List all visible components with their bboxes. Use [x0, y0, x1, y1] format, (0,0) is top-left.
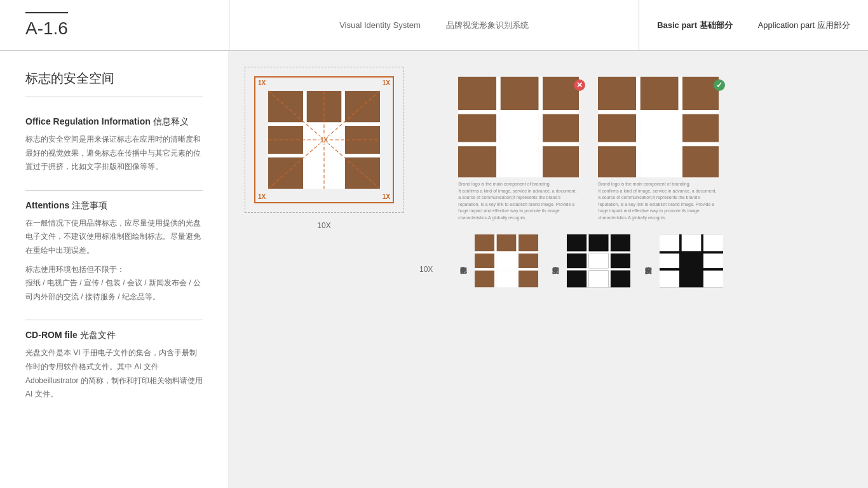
svg-rect-57	[567, 234, 587, 252]
sidebar: 标志的安全空间 Office Regulation Information 信息…	[0, 51, 229, 488]
svg-rect-45	[519, 234, 538, 252]
svg-rect-40	[679, 77, 682, 177]
svg-rect-21	[501, 114, 539, 142]
bottom-x-label: 10X	[317, 221, 330, 230]
section-cdrom-body: 光盘文件是本 VI 手册电子文件的集合，内含手册制作时的专用软件格式文件。其中 …	[25, 346, 203, 401]
divider-2	[25, 320, 203, 320]
logo-wrong-svg	[458, 76, 579, 178]
svg-rect-35	[682, 114, 719, 142]
nav-application[interactable]: Application part 应用部分	[758, 20, 850, 31]
svg-rect-41	[598, 110, 719, 114]
svg-rect-67	[609, 234, 611, 287]
svg-rect-22	[543, 114, 579, 142]
corner-label-tl: 1X	[258, 79, 266, 86]
page-id: A-1.6	[25, 12, 68, 39]
section-attentions-body2: 标志使用环境包括但不限于： 报纸 / 电视广告 / 宣传 / 包装 / 会议 /…	[25, 263, 203, 304]
header: A-1.6 Visual Identity System 品牌视觉形象识别系统 …	[0, 0, 868, 51]
corner-label-bl: 1X	[258, 193, 266, 200]
corner-label-tr: 1X	[383, 79, 390, 86]
status-icon-correct: ✓	[714, 79, 725, 91]
svg-rect-76	[703, 254, 722, 268]
svg-rect-54	[475, 252, 538, 254]
svg-rect-44	[496, 234, 516, 252]
svg-rect-17	[458, 77, 496, 110]
svg-rect-60	[567, 254, 587, 268]
svg-rect-29	[458, 142, 579, 146]
svg-rect-53	[516, 234, 518, 287]
logo-correct-svg	[598, 76, 719, 178]
svg-rect-31	[641, 77, 679, 110]
corner-label-br: 1X	[383, 193, 390, 200]
svg-rect-52	[494, 234, 496, 287]
example-reverse-safe: 反白稿安全空间	[643, 234, 722, 288]
section-attentions-title: Attentions 注意事项	[25, 200, 203, 212]
right-x-label: 10X	[419, 265, 433, 274]
svg-rect-1	[307, 91, 342, 123]
logo-color-svg	[475, 234, 538, 288]
bottom-label-area: 10X	[317, 221, 330, 230]
svg-rect-55	[475, 268, 538, 270]
svg-rect-47	[496, 254, 516, 268]
svg-rect-75	[681, 254, 701, 268]
svg-rect-20	[458, 114, 496, 142]
svg-rect-42	[598, 142, 719, 146]
center-x-label: 1X	[319, 136, 329, 144]
svg-rect-68	[567, 252, 630, 254]
content-area: 1X 1X 1X 1X	[254, 76, 843, 463]
svg-rect-77	[660, 271, 679, 288]
svg-rect-24	[501, 146, 539, 177]
svg-rect-65	[611, 271, 630, 288]
svg-rect-32	[682, 77, 719, 110]
svg-rect-28	[458, 110, 579, 114]
svg-rect-63	[567, 271, 587, 288]
logo-safe-zone-box: 1X 1X 1X 1X	[254, 76, 394, 203]
svg-rect-18	[501, 77, 539, 110]
svg-rect-7	[307, 158, 342, 189]
svg-rect-49	[475, 271, 494, 288]
svg-rect-59	[611, 234, 630, 252]
safe-zone-border: 1X 1X 1X 1X	[254, 76, 394, 203]
section-cdrom: CD-ROM file 光盘文件 光盘文件是本 VI 手册电子文件的集合，内含手…	[25, 330, 203, 401]
svg-rect-72	[681, 234, 701, 252]
svg-rect-36	[598, 146, 636, 177]
svg-rect-33	[598, 114, 636, 142]
svg-rect-50	[496, 271, 516, 288]
sidebar-title: 标志的安全空间	[25, 70, 203, 97]
svg-rect-73	[703, 234, 722, 252]
svg-rect-25	[543, 146, 579, 177]
svg-rect-64	[589, 271, 609, 288]
svg-rect-46	[475, 254, 494, 268]
svg-rect-37	[641, 146, 679, 177]
svg-rect-38	[682, 146, 719, 177]
nav-basic[interactable]: Basic part 基础部分	[657, 20, 733, 31]
vis-title: Visual Identity System	[339, 20, 421, 30]
header-center: Visual Identity System 品牌视觉形象识别系统	[229, 0, 639, 50]
logo-reverse-svg	[660, 234, 723, 288]
svg-rect-58	[589, 234, 609, 252]
svg-rect-34	[641, 114, 679, 142]
vis-cn: 品牌视觉形象识别系统	[446, 20, 529, 31]
svg-rect-66	[587, 234, 588, 287]
examples-row-top: ✕ Brand logo is the main component of br…	[458, 76, 843, 221]
status-icon-wrong: ✕	[574, 79, 585, 91]
svg-rect-23	[458, 146, 496, 177]
svg-rect-82	[660, 252, 723, 254]
svg-rect-69	[567, 268, 630, 270]
example-wrong: ✕ Brand logo is the main component of br…	[458, 76, 579, 221]
svg-rect-39	[637, 77, 641, 177]
header-left: A-1.6	[0, 12, 229, 39]
section-info: Office Regulation Information 信息释义 标志的安全…	[25, 116, 203, 174]
svg-rect-48	[519, 254, 538, 268]
section-attentions: Attentions 注意事项 在一般情况下使用品牌标志，应尽量使用提供的光盘电…	[25, 200, 203, 304]
right-x-label-area: 10X	[419, 76, 433, 463]
logo-ink-svg	[567, 234, 630, 288]
example-correct-text: Brand logo is the main component of bran…	[598, 181, 719, 221]
example-correct: ✓ Brand logo is the main component of br…	[598, 76, 719, 221]
example-ink-safe: 墨稿安全空间	[551, 234, 630, 288]
logo-inner-area: 1X	[268, 90, 380, 189]
header-right: Basic part 基础部分 Application part 应用部分	[639, 20, 868, 31]
svg-rect-83	[660, 268, 723, 270]
svg-rect-30	[598, 77, 636, 110]
example-color-safe: 色彩稳安全空间	[458, 234, 538, 288]
section-info-title: Office Regulation Information 信息释义	[25, 116, 203, 128]
